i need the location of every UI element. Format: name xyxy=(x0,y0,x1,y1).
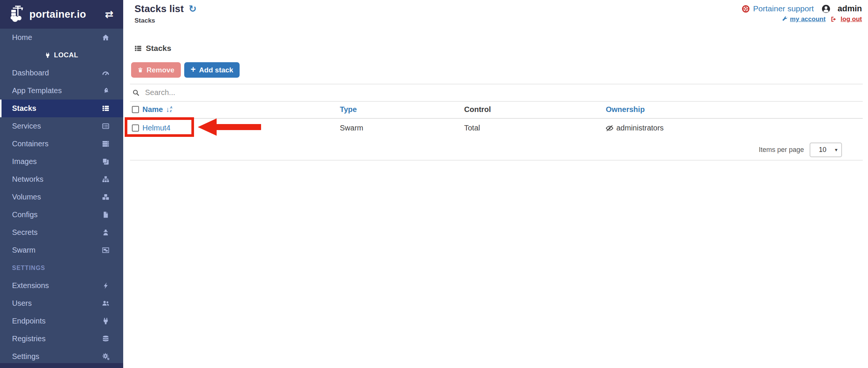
sidebar-item-label: Services xyxy=(12,122,41,130)
sidebar-item-label: Images xyxy=(12,157,37,166)
plug-icon xyxy=(101,317,110,325)
server-icon xyxy=(101,140,110,147)
copy-icon xyxy=(101,158,110,165)
sidebar-item-services[interactable]: Services xyxy=(0,117,123,135)
logo-bar[interactable]: portainer.io ⇄ xyxy=(0,0,123,29)
sidebar-item-label: Secrets xyxy=(12,228,38,237)
sidebar: portainer.io ⇄ HomeLOCALDashboardApp Tem… xyxy=(0,0,123,368)
rocket-icon xyxy=(101,87,110,94)
home-icon xyxy=(101,34,110,41)
items-per-page-label: Items per page xyxy=(759,146,804,154)
sidebar-item-label: Containers xyxy=(12,140,49,148)
add-stack-button[interactable]: + Add stack xyxy=(184,62,240,78)
sidebar-item-label: Configs xyxy=(12,210,38,219)
sidebar-item-label: Extensions xyxy=(12,281,49,290)
endpoint-switch-icon[interactable]: ⇄ xyxy=(105,9,113,20)
search-icon xyxy=(133,89,139,96)
users-icon xyxy=(101,300,110,307)
remove-button-label: Remove xyxy=(147,66,174,74)
list-alt-icon xyxy=(101,123,110,130)
file-icon xyxy=(101,211,110,218)
column-header-type[interactable]: Type xyxy=(340,105,357,114)
search-input[interactable] xyxy=(144,88,357,97)
sidebar-item-images[interactable]: Images xyxy=(0,153,123,170)
sidebar-item-extensions[interactable]: Extensions xyxy=(0,277,123,294)
th-list-icon xyxy=(101,105,110,112)
sidebar-item-networks[interactable]: Networks xyxy=(0,170,123,188)
add-stack-button-label: Add stack xyxy=(199,66,233,74)
pagination: Items per page 10 ▾ xyxy=(759,141,842,158)
th-list-icon xyxy=(134,45,142,52)
sidebar-item-stacks[interactable]: Stacks xyxy=(0,100,123,117)
cogs-icon xyxy=(101,353,110,360)
sidebar-item-configs[interactable]: Configs xyxy=(0,206,123,224)
sidebar-item-dashboard[interactable]: Dashboard xyxy=(0,64,123,82)
sidebar-footer xyxy=(0,363,123,368)
sidebar-item-app-templates[interactable]: App Templates xyxy=(0,82,123,100)
sidebar-item-label: Swarm xyxy=(12,246,35,255)
select-all-checkbox[interactable] xyxy=(132,106,139,113)
sort-alpha-icon[interactable]: ↓Az xyxy=(166,106,172,113)
endpoint-label: LOCAL xyxy=(54,51,78,59)
sidebar-item-label: Dashboard xyxy=(12,69,49,77)
sidebar-item-volumes[interactable]: Volumes xyxy=(0,188,123,206)
bolt-icon xyxy=(101,282,110,289)
stack-ownership: administrators xyxy=(616,124,664,132)
sidebar-item-secrets[interactable]: Secrets xyxy=(0,224,123,241)
caret-down-icon: ▾ xyxy=(835,147,837,153)
main-content: Stacks list ↻ Stacks Portainer support a… xyxy=(123,0,868,368)
database-icon xyxy=(101,335,110,342)
plus-icon: + xyxy=(191,65,196,74)
sidebar-nav: HomeLOCALDashboardApp TemplatesStacksSer… xyxy=(0,29,123,365)
column-header-control: Control xyxy=(464,105,491,114)
search-bar xyxy=(133,88,357,97)
stacks-widget: Stacks Remove + Add stack Name ↓Az xyxy=(130,0,863,368)
remove-button[interactable]: Remove xyxy=(131,62,181,78)
widget-title: Stacks xyxy=(134,44,171,53)
sidebar-item-settings[interactable]: Settings xyxy=(0,348,123,365)
sidebar-item-label: Volumes xyxy=(12,193,41,201)
sidebar-item-endpoints[interactable]: Endpoints xyxy=(0,312,123,330)
stack-control: Total xyxy=(464,124,480,132)
sidebar-item-home[interactable]: Home xyxy=(0,29,123,46)
sitemap-icon xyxy=(101,176,110,183)
sidebar-item-registries[interactable]: Registries xyxy=(0,330,123,348)
divider xyxy=(130,160,863,161)
table-header-row: Name ↓Az Type Control Ownership xyxy=(130,101,863,118)
annotation-highlight-rect xyxy=(125,117,194,137)
sidebar-item-label: Endpoints xyxy=(12,317,46,325)
items-per-page-select[interactable]: 10 ▾ xyxy=(810,143,842,157)
eye-slash-icon xyxy=(606,124,613,132)
sidebar-item-label: Settings xyxy=(12,352,39,361)
divider xyxy=(130,84,863,84)
sidebar-item-label: Users xyxy=(12,299,32,308)
annotation-arrow xyxy=(197,117,262,137)
sidebar-item-swarm[interactable]: Swarm xyxy=(0,241,123,259)
trash-icon xyxy=(138,67,143,73)
column-header-ownership[interactable]: Ownership xyxy=(606,105,645,114)
sidebar-endpoint-local[interactable]: LOCAL xyxy=(0,46,123,64)
tachometer-icon xyxy=(101,69,110,77)
plug-icon xyxy=(45,52,50,58)
sidebar-item-label: App Templates xyxy=(12,86,62,95)
sidebar-item-label: Stacks xyxy=(12,104,37,113)
items-per-page-value: 10 xyxy=(810,146,835,154)
sidebar-item-containers[interactable]: Containers xyxy=(0,135,123,153)
brand-name: portainer.io xyxy=(29,9,105,20)
user-secret-icon xyxy=(101,229,110,236)
sidebar-section-settings: SETTINGS xyxy=(0,259,123,277)
sidebar-item-label: Registries xyxy=(12,334,46,343)
object-group-icon xyxy=(101,247,110,254)
column-header-name[interactable]: Name ↓Az xyxy=(142,105,172,114)
stack-type: Swarm xyxy=(340,124,363,132)
toolbar: Remove + Add stack xyxy=(131,62,240,78)
cubes-icon xyxy=(101,193,110,201)
widget-title-label: Stacks xyxy=(146,44,171,53)
portainer-logo-icon xyxy=(10,5,26,23)
sidebar-item-users[interactable]: Users xyxy=(0,294,123,312)
sidebar-item-label: Networks xyxy=(12,175,43,184)
sidebar-item-label: Home xyxy=(12,33,32,42)
